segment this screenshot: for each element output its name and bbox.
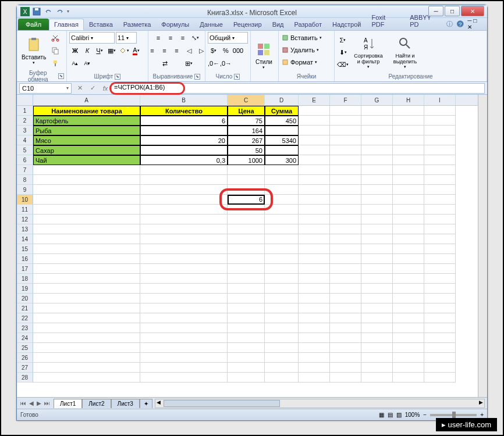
insert-cells-button[interactable]: Вставить▾ xyxy=(281,32,332,44)
fx-button[interactable]: fx xyxy=(100,83,111,94)
tab-formulas[interactable]: Формулы xyxy=(156,19,194,30)
tab-review[interactable]: Рецензир xyxy=(228,19,267,30)
font-launcher[interactable]: ⬊ xyxy=(115,74,120,80)
row-header-1[interactable]: 1 xyxy=(17,106,33,116)
clipboard-launcher[interactable]: ⬊ xyxy=(58,73,64,79)
row-header-9[interactable]: 9 xyxy=(17,185,33,195)
header-price[interactable]: Цена xyxy=(228,106,265,116)
autosum-button[interactable]: Σ▾ xyxy=(337,34,349,46)
row-header-8[interactable]: 8 xyxy=(17,175,33,185)
sheet-tab-3[interactable]: Лист3 xyxy=(111,399,140,408)
align-middle-button[interactable]: ≡ xyxy=(165,32,176,44)
clear-button[interactable]: ⌫▾ xyxy=(337,59,349,70)
merge-button[interactable]: ⊞▾ xyxy=(177,58,200,69)
underline-button[interactable]: Ч▾ xyxy=(94,45,105,56)
tab-data[interactable]: Данные xyxy=(194,19,228,30)
col-header-B[interactable]: B xyxy=(140,95,228,105)
tab-insert[interactable]: Вставка xyxy=(84,19,118,30)
cells-grid[interactable]: Наименование товара Количество Цена Сумм… xyxy=(33,106,478,383)
tab-view[interactable]: Вид xyxy=(267,19,289,30)
row-header-3[interactable]: 3 xyxy=(17,126,33,135)
row-header-22[interactable]: 22 xyxy=(17,313,33,323)
row-header-12[interactable]: 12 xyxy=(17,215,33,224)
row-header-18[interactable]: 18 xyxy=(17,274,33,284)
sheet-nav-first[interactable]: ⏮ xyxy=(19,400,27,406)
shrink-font-button[interactable]: А▾ xyxy=(81,58,93,69)
row-header-21[interactable]: 21 xyxy=(17,303,33,313)
table-row[interactable]: Рыба xyxy=(33,126,140,135)
fill-color-button[interactable]: ▾ xyxy=(118,45,130,56)
currency-button[interactable]: $▾ xyxy=(208,45,219,56)
row-header-20[interactable]: 20 xyxy=(17,294,33,303)
number-format-combo[interactable]: Общий▾ xyxy=(208,32,248,44)
format-cells-button[interactable]: Формат▾ xyxy=(281,56,332,68)
undo-icon[interactable] xyxy=(44,7,53,16)
sheet-tab-2[interactable]: Лист2 xyxy=(82,399,111,408)
sheet-tab-1[interactable]: Лист1 xyxy=(54,399,82,408)
sheet-nav-next[interactable]: ▶ xyxy=(36,400,42,406)
row-header-23[interactable]: 23 xyxy=(17,323,33,333)
tab-foxit[interactable]: Foxit PDF xyxy=(366,12,404,30)
row-header-16[interactable]: 16 xyxy=(17,254,33,264)
table-row[interactable]: Сахар xyxy=(33,145,140,155)
zoom-out-button[interactable]: − xyxy=(423,412,427,418)
sort-filter-button[interactable]: АЯ Сортировка и фильтр▾ xyxy=(350,34,387,70)
sheet-nav-prev[interactable]: ◀ xyxy=(28,400,35,406)
row-header-11[interactable]: 11 xyxy=(17,205,33,215)
row-header-2[interactable]: 2 xyxy=(17,116,33,126)
dec-decimal-button[interactable]: ,0→ xyxy=(220,58,232,69)
name-box[interactable]: C10▾ xyxy=(19,83,72,94)
row-header-10[interactable]: 10 xyxy=(17,195,33,205)
indent-dec-button[interactable]: ◁ xyxy=(183,45,195,56)
col-header-C[interactable]: C xyxy=(228,95,265,105)
row-header-13[interactable]: 13 xyxy=(17,224,33,234)
tab-developer[interactable]: Разработ xyxy=(289,19,327,30)
col-header-G[interactable]: G xyxy=(361,95,393,105)
minimize-ribbon-icon[interactable]: ⓘ xyxy=(446,20,453,28)
col-header-H[interactable]: H xyxy=(393,95,424,105)
select-all-corner[interactable] xyxy=(17,95,33,106)
number-launcher[interactable]: ⬊ xyxy=(234,74,240,80)
font-color-button[interactable]: А▾ xyxy=(130,45,142,56)
sheet-nav-last[interactable]: ⏭ xyxy=(43,400,51,406)
row-header-24[interactable]: 24 xyxy=(17,333,33,343)
fill-button[interactable]: ⬇▾ xyxy=(337,47,349,58)
border-button[interactable]: ▦▾ xyxy=(106,45,118,56)
header-name[interactable]: Наименование товара xyxy=(33,106,140,116)
row-header-26[interactable]: 26 xyxy=(17,353,33,363)
row-header-4[interactable]: 4 xyxy=(17,135,33,145)
view-layout-button[interactable]: ▤ xyxy=(388,412,393,418)
grow-font-button[interactable]: А▴ xyxy=(69,58,81,69)
close-button[interactable]: ✕ xyxy=(461,6,484,16)
zoom-slider[interactable] xyxy=(430,414,477,416)
row-header-7[interactable]: 7 xyxy=(17,165,33,175)
orientation-button[interactable]: ⤡▾ xyxy=(189,32,201,44)
comma-button[interactable]: 000 xyxy=(232,45,244,56)
row-header-27[interactable]: 27 xyxy=(17,363,33,373)
align-right-button[interactable]: ≡ xyxy=(171,45,183,56)
row-header-15[interactable]: 15 xyxy=(17,244,33,254)
horizontal-scrollbar[interactable]: ◀ ▶ xyxy=(155,399,485,408)
format-painter-button[interactable] xyxy=(49,58,61,69)
maximize-button[interactable]: □ xyxy=(445,6,460,16)
zoom-in-button[interactable]: + xyxy=(480,412,484,418)
align-bottom-button[interactable]: ≡ xyxy=(177,32,189,44)
col-header-F[interactable]: F xyxy=(330,95,361,105)
view-normal-button[interactable]: ▦ xyxy=(379,412,384,418)
tab-home[interactable]: Главная xyxy=(49,19,84,30)
inc-decimal-button[interactable]: ,0← xyxy=(208,58,219,69)
minimize-button[interactable]: ─ xyxy=(428,6,443,16)
formula-input[interactable]: =ЧСТРОК(A1:B6) xyxy=(111,83,485,94)
table-row[interactable]: Мясо xyxy=(33,135,140,145)
find-select-button[interactable]: Найти и выделить▾ xyxy=(388,34,422,70)
new-sheet-button[interactable]: ✦ xyxy=(140,399,152,408)
header-sum[interactable]: Сумма xyxy=(265,106,299,116)
copy-button[interactable] xyxy=(49,45,61,56)
percent-button[interactable]: % xyxy=(220,45,232,56)
table-row[interactable]: Картофель xyxy=(33,116,140,126)
ribbon-min-btn[interactable]: ─ □ ✕ xyxy=(467,17,482,30)
alignment-launcher[interactable]: ⬊ xyxy=(194,74,200,80)
cut-button[interactable] xyxy=(49,32,61,44)
align-top-button[interactable]: ≡ xyxy=(152,32,164,44)
styles-button[interactable]: Стили▾ xyxy=(253,40,275,71)
